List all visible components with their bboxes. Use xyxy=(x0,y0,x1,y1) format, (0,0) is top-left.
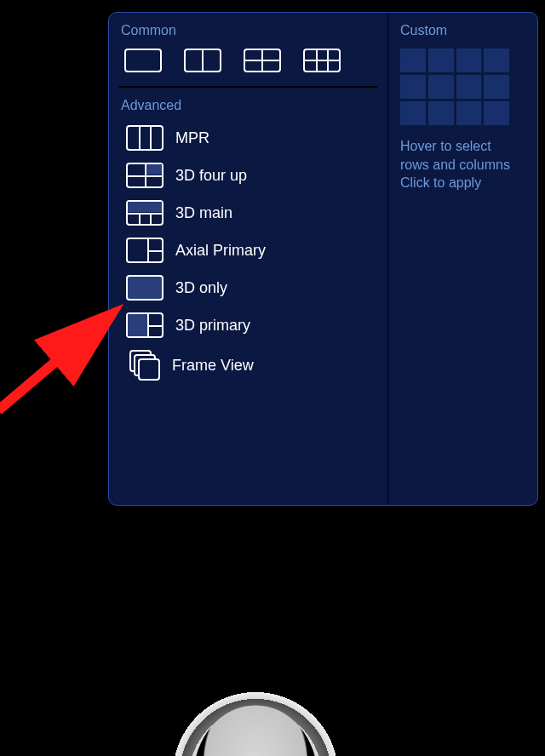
mpr-label: MPR xyxy=(175,129,209,147)
layout-2x3-icon[interactable] xyxy=(303,49,341,72)
custom-help-line2: rows and columns xyxy=(400,158,510,172)
frame-label: Frame View xyxy=(172,357,254,375)
layout-3d-main[interactable]: 3D main xyxy=(121,200,376,226)
only-icon xyxy=(126,275,164,301)
only-label: 3D only xyxy=(175,279,227,297)
custom-help-text: Hover to select rows and columns Click t… xyxy=(400,137,525,192)
primary-icon xyxy=(126,312,164,338)
layout-3d-primary[interactable]: 3D primary xyxy=(121,312,376,338)
layout-frame-view[interactable]: Frame View xyxy=(121,350,376,381)
layout-2x2-icon[interactable] xyxy=(244,49,281,72)
advanced-layout-list: MPR 3D four up 3D main xyxy=(121,125,376,381)
svg-line-0 xyxy=(0,324,100,410)
main-label: 3D main xyxy=(175,204,232,222)
axial-label: Axial Primary xyxy=(175,242,266,260)
section-divider xyxy=(119,86,377,88)
custom-section-title: Custom xyxy=(400,23,525,38)
ct-scan-image xyxy=(136,656,375,756)
layout-picker-panel: Common Advanced MPR 3D four up xyxy=(108,12,538,506)
layout-axial-primary[interactable]: Axial Primary xyxy=(121,238,376,263)
advanced-section-title: Advanced xyxy=(121,98,376,113)
common-layout-row xyxy=(124,49,376,72)
layout-3d-four-up[interactable]: 3D four up xyxy=(121,163,376,188)
common-section-title: Common xyxy=(121,23,376,38)
custom-help-line3: Click to apply xyxy=(400,175,481,190)
main-icon xyxy=(126,200,164,226)
four-up-icon xyxy=(126,163,164,188)
layout-mpr[interactable]: MPR xyxy=(121,125,376,151)
layout-3d-only[interactable]: 3D only xyxy=(121,275,376,301)
mpr-icon xyxy=(126,125,164,151)
custom-grid-picker[interactable] xyxy=(400,49,509,125)
layout-right-column: Custom Hover to select rows and columns … xyxy=(387,13,537,505)
primary-label: 3D primary xyxy=(175,317,250,335)
custom-help-line1: Hover to select xyxy=(400,139,491,153)
four-up-label: 3D four up xyxy=(175,167,247,185)
axial-icon xyxy=(126,238,164,263)
layout-1x1-icon[interactable] xyxy=(124,49,162,72)
frame-view-icon xyxy=(129,350,160,381)
layout-left-column: Common Advanced MPR 3D four up xyxy=(109,13,387,505)
layout-1x2-icon[interactable] xyxy=(184,49,221,72)
